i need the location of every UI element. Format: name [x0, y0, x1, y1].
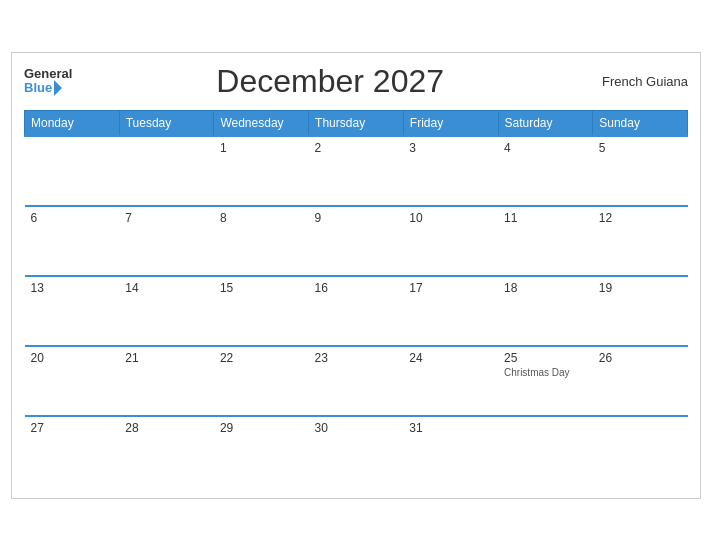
calendar-cell: 15 — [214, 276, 309, 346]
calendar-cell: 4 — [498, 136, 593, 206]
calendar-cell — [25, 136, 120, 206]
calendar-cell: 8 — [214, 206, 309, 276]
week-row-2: 6789101112 — [25, 206, 688, 276]
day-number: 20 — [31, 351, 44, 365]
day-number: 12 — [599, 211, 612, 225]
logo: General Blue — [24, 67, 72, 96]
calendar-cell: 19 — [593, 276, 688, 346]
day-number: 6 — [31, 211, 38, 225]
calendar-cell: 5 — [593, 136, 688, 206]
calendar-cell: 2 — [309, 136, 404, 206]
day-number: 21 — [125, 351, 138, 365]
calendar-cell: 22 — [214, 346, 309, 416]
day-number: 25 — [504, 351, 517, 365]
calendar-cell — [593, 416, 688, 486]
day-number: 27 — [31, 421, 44, 435]
calendar-cell: 12 — [593, 206, 688, 276]
day-number: 31 — [409, 421, 422, 435]
calendar-cell: 1 — [214, 136, 309, 206]
logo-general-text: General — [24, 67, 72, 80]
day-number: 7 — [125, 211, 132, 225]
calendar-cell: 6 — [25, 206, 120, 276]
calendar-cell: 14 — [119, 276, 214, 346]
day-number: 5 — [599, 141, 606, 155]
calendar-cell: 26 — [593, 346, 688, 416]
day-number: 26 — [599, 351, 612, 365]
weekday-header-saturday: Saturday — [498, 110, 593, 136]
day-number: 24 — [409, 351, 422, 365]
calendar-cell: 3 — [403, 136, 498, 206]
day-number: 29 — [220, 421, 233, 435]
calendar-cell: 16 — [309, 276, 404, 346]
calendar-table: MondayTuesdayWednesdayThursdayFridaySatu… — [24, 110, 688, 486]
day-number: 10 — [409, 211, 422, 225]
week-row-4: 202122232425Christmas Day26 — [25, 346, 688, 416]
calendar-cell: 28 — [119, 416, 214, 486]
weekday-header-row: MondayTuesdayWednesdayThursdayFridaySatu… — [25, 110, 688, 136]
day-number: 8 — [220, 211, 227, 225]
weekday-header-thursday: Thursday — [309, 110, 404, 136]
calendar-cell: 18 — [498, 276, 593, 346]
calendar-cell: 20 — [25, 346, 120, 416]
calendar-cell: 13 — [25, 276, 120, 346]
weekday-header-friday: Friday — [403, 110, 498, 136]
weekday-header-monday: Monday — [25, 110, 120, 136]
day-number: 18 — [504, 281, 517, 295]
calendar-cell: 17 — [403, 276, 498, 346]
calendar-cell: 29 — [214, 416, 309, 486]
day-number: 3 — [409, 141, 416, 155]
day-number: 14 — [125, 281, 138, 295]
logo-blue-text: Blue — [24, 81, 52, 94]
day-number: 11 — [504, 211, 517, 225]
week-row-3: 13141516171819 — [25, 276, 688, 346]
calendar-cell: 25Christmas Day — [498, 346, 593, 416]
calendar-cell: 10 — [403, 206, 498, 276]
day-number: 17 — [409, 281, 422, 295]
calendar-cell: 30 — [309, 416, 404, 486]
week-row-5: 2728293031 — [25, 416, 688, 486]
day-number: 15 — [220, 281, 233, 295]
day-number: 30 — [315, 421, 328, 435]
day-number: 28 — [125, 421, 138, 435]
weekday-header-sunday: Sunday — [593, 110, 688, 136]
holiday-label: Christmas Day — [504, 367, 587, 378]
region-label: French Guiana — [588, 74, 688, 89]
calendar-container: General Blue December 2027 French Guiana… — [11, 52, 701, 499]
day-number: 16 — [315, 281, 328, 295]
weekday-header-wednesday: Wednesday — [214, 110, 309, 136]
calendar-header: General Blue December 2027 French Guiana — [24, 63, 688, 100]
day-number: 19 — [599, 281, 612, 295]
day-number: 22 — [220, 351, 233, 365]
calendar-cell: 24 — [403, 346, 498, 416]
day-number: 1 — [220, 141, 227, 155]
calendar-cell: 31 — [403, 416, 498, 486]
day-number: 23 — [315, 351, 328, 365]
calendar-cell: 23 — [309, 346, 404, 416]
day-number: 2 — [315, 141, 322, 155]
calendar-cell: 9 — [309, 206, 404, 276]
day-number: 13 — [31, 281, 44, 295]
calendar-title: December 2027 — [72, 63, 588, 100]
weekday-header-tuesday: Tuesday — [119, 110, 214, 136]
day-number: 4 — [504, 141, 511, 155]
calendar-cell: 21 — [119, 346, 214, 416]
calendar-cell — [498, 416, 593, 486]
calendar-cell: 27 — [25, 416, 120, 486]
logo-triangle-icon — [54, 80, 62, 96]
calendar-cell — [119, 136, 214, 206]
week-row-1: 12345 — [25, 136, 688, 206]
calendar-cell: 7 — [119, 206, 214, 276]
day-number: 9 — [315, 211, 322, 225]
calendar-cell: 11 — [498, 206, 593, 276]
